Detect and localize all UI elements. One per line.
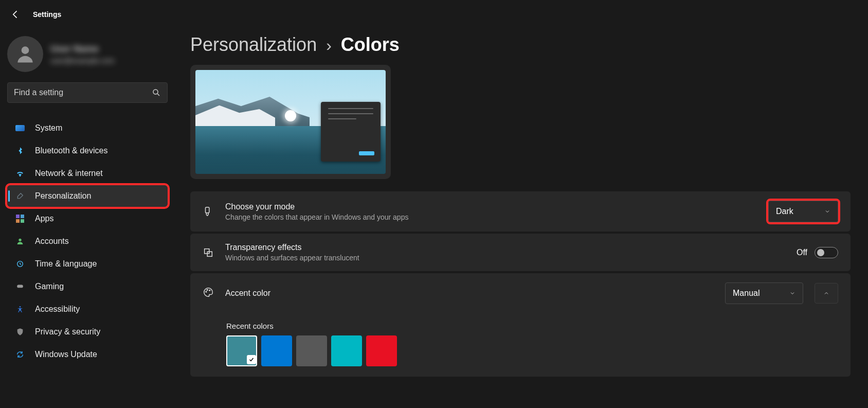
svg-rect-7 [205,249,209,253]
sidebar-item-personalization[interactable]: Personalization [7,185,168,207]
setting-row-accent: Accent color Manual [190,273,851,313]
recent-colors-title: Recent colors [226,322,838,330]
sidebar-item-accounts[interactable]: Accounts [7,230,168,252]
main-content: Personalization › Colors [190,29,868,408]
recent-colors-section: Recent colors [190,313,851,366]
transparency-toggle[interactable] [815,247,838,258]
accent-select[interactable]: Manual [725,282,803,304]
back-arrow-icon [10,9,21,20]
transparency-icon [203,247,214,258]
search-icon [152,88,161,97]
bluetooth-icon [15,146,25,155]
transparency-state-label: Off [797,248,807,257]
back-button[interactable] [8,7,23,22]
color-swatch[interactable] [366,335,397,366]
breadcrumb-separator: › [326,36,332,55]
setting-row-mode: Choose your mode Change the colors that … [190,191,851,232]
check-icon [247,355,256,364]
setting-row-transparency: Transparency effects Windows and surface… [190,234,851,271]
setting-mode-title: Choose your mode [225,202,757,211]
accent-section: Accent color Manual Recent colors [190,273,851,377]
setting-mode-text: Choose your mode Change the colors that … [225,202,757,221]
sidebar-item-label: Accounts [35,237,69,246]
recent-colors-row [226,335,838,366]
sidebar: User Name user@example.com SystemBluetoo… [0,29,175,408]
setting-transparency-title: Transparency effects [225,243,785,252]
theme-preview [190,65,391,179]
sidebar-item-gaming[interactable]: Gaming [7,276,168,297]
sidebar-item-label: Bluetooth & devices [35,146,107,155]
breadcrumb-current: Colors [341,34,400,56]
header-bar: Settings [0,0,868,29]
sidebar-item-label: Time & language [35,259,97,269]
system-icon [15,123,25,133]
user-block[interactable]: User Name user@example.com [7,36,168,72]
user-info: User Name user@example.com [50,44,115,65]
user-name: User Name [50,44,115,55]
mode-select[interactable]: Dark [768,201,838,222]
sidebar-item-time[interactable]: Time & language [7,253,168,275]
accounts-icon [15,237,25,246]
privacy-icon [15,327,25,336]
setting-transparency-desc: Windows and surfaces appear translucent [225,254,785,262]
avatar [7,36,43,72]
chevron-down-icon [824,208,830,215]
user-email: user@example.com [50,57,115,65]
person-icon [14,43,37,65]
breadcrumb-parent[interactable]: Personalization [190,34,317,56]
accent-select-value: Manual [733,289,760,298]
sidebar-item-privacy[interactable]: Privacy & security [7,321,168,343]
chevron-down-icon [789,290,795,296]
setting-accent-text: Accent color [225,289,714,298]
color-swatch[interactable] [261,335,292,366]
sidebar-item-accessibility[interactable]: Accessibility [7,298,168,320]
sidebar-item-update[interactable]: Windows Update [7,344,168,365]
svg-rect-6 [206,207,209,213]
sidebar-item-label: Personalization [35,191,91,201]
color-swatch[interactable] [226,335,257,366]
svg-point-11 [209,290,210,291]
sidebar-item-label: Windows Update [35,350,97,359]
app-title: Settings [33,10,61,19]
theme-preview-inner [195,70,386,174]
sidebar-item-network[interactable]: Network & internet [7,163,168,184]
sidebar-item-label: Privacy & security [35,327,100,336]
svg-point-9 [206,291,207,292]
sidebar-item-label: Apps [35,214,53,223]
time-icon [15,259,25,269]
setting-mode-desc: Change the colors that appear in Windows… [225,213,757,221]
sidebar-item-bluetooth[interactable]: Bluetooth & devices [7,140,168,162]
apps-icon [15,214,25,223]
accent-collapse-button[interactable] [815,283,838,304]
breadcrumb: Personalization › Colors [190,34,851,56]
sidebar-item-label: System [35,123,62,133]
gaming-icon [15,282,25,291]
sidebar-item-apps[interactable]: Apps [7,208,168,229]
update-icon [15,350,25,359]
window-preview [321,102,381,162]
sidebar-item-label: Accessibility [35,305,80,314]
color-swatch[interactable] [296,335,327,366]
accessibility-icon [15,305,25,314]
brush-icon [203,206,214,217]
personalization-icon [15,191,25,201]
chevron-up-icon [823,290,829,296]
nav-list: SystemBluetooth & devicesNetwork & inter… [7,117,168,365]
svg-rect-4 [17,285,23,288]
setting-accent-title: Accent color [225,289,714,298]
color-swatch[interactable] [331,335,362,366]
setting-transparency-text: Transparency effects Windows and surface… [225,243,785,262]
sidebar-item-label: Gaming [35,282,64,291]
sidebar-item-label: Network & internet [35,169,103,178]
svg-point-1 [153,90,158,94]
svg-rect-8 [207,252,212,256]
mode-select-value: Dark [776,207,793,216]
search-input[interactable] [14,88,152,97]
network-icon [15,169,25,178]
sidebar-item-system[interactable]: System [7,117,168,139]
search-box[interactable] [7,82,168,103]
svg-point-2 [19,239,21,241]
svg-point-5 [20,306,21,308]
svg-point-0 [22,46,29,54]
transparency-toggle-wrap: Off [797,247,838,258]
